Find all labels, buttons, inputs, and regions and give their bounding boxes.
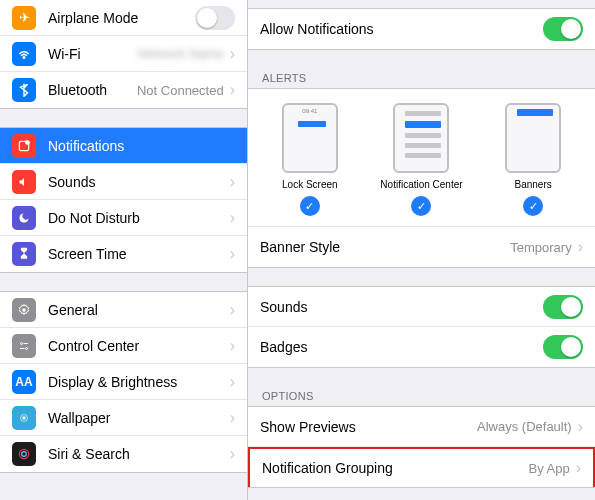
bluetooth-icon [12, 78, 36, 102]
chevron-right-icon: › [230, 373, 235, 391]
svg-point-9 [22, 416, 26, 420]
sidebar-item-sounds[interactable]: Sounds › [0, 164, 247, 200]
chevron-right-icon: › [230, 81, 235, 99]
check-icon: ✓ [411, 196, 431, 216]
sounds-toggle[interactable] [543, 295, 583, 319]
wifi-network: Network Name [138, 46, 224, 61]
sidebar-item-screentime[interactable]: Screen Time › [0, 236, 247, 272]
banner-style-label: Banner Style [260, 239, 510, 255]
alert-style-picker: 09:41 Lock Screen ✓ Notification Center [248, 89, 595, 227]
sidebar-item-wallpaper[interactable]: Wallpaper › [0, 400, 247, 436]
svg-point-10 [19, 449, 28, 458]
previews-label: Show Previews [260, 419, 477, 435]
chevron-right-icon: › [576, 459, 581, 477]
chevron-right-icon: › [230, 301, 235, 319]
wifi-label: Wi-Fi [48, 46, 138, 62]
show-previews-row[interactable]: Show Previews Always (Default) › [248, 407, 595, 447]
sidebar-item-notifications[interactable]: Notifications [0, 128, 247, 164]
sidebar-item-display[interactable]: AA Display & Brightness › [0, 364, 247, 400]
chevron-right-icon: › [230, 337, 235, 355]
chevron-right-icon: › [230, 445, 235, 463]
chevron-right-icon: › [230, 409, 235, 427]
allow-notifications-toggle[interactable] [543, 17, 583, 41]
hourglass-icon [12, 242, 36, 266]
alert-notification-center[interactable]: Notification Center ✓ [366, 103, 477, 216]
wallpaper-label: Wallpaper [48, 410, 228, 426]
previews-value: Always (Default) [477, 419, 572, 434]
sidebar-item-siri[interactable]: Siri & Search › [0, 436, 247, 472]
grouping-value: By App [528, 461, 569, 476]
chevron-right-icon: › [230, 209, 235, 227]
siri-icon [12, 442, 36, 466]
notification-grouping-row[interactable]: Notification Grouping By App › [248, 447, 595, 487]
sidebar-item-airplane[interactable]: ✈ Airplane Mode [0, 0, 247, 36]
check-icon: ✓ [523, 196, 543, 216]
sounds-row[interactable]: Sounds [248, 287, 595, 327]
sidebar-item-general[interactable]: General › [0, 292, 247, 328]
banner-style-value: Temporary [510, 240, 571, 255]
options-header: OPTIONS [248, 386, 595, 406]
notification-center-preview [393, 103, 449, 173]
badges-toggle[interactable] [543, 335, 583, 359]
settings-sidebar: ✈ Airplane Mode Wi-Fi Network Name › Blu… [0, 0, 248, 500]
svg-point-2 [25, 140, 30, 145]
control-center-label: Control Center [48, 338, 228, 354]
chevron-right-icon: › [230, 173, 235, 191]
screentime-label: Screen Time [48, 246, 228, 262]
airplane-label: Airplane Mode [48, 10, 195, 26]
alerts-header: ALERTS [248, 68, 595, 88]
siri-label: Siri & Search [48, 446, 228, 462]
svg-point-6 [26, 347, 28, 349]
sidebar-item-wifi[interactable]: Wi-Fi Network Name › [0, 36, 247, 72]
grouping-label: Notification Grouping [262, 460, 528, 476]
bluetooth-label: Bluetooth [48, 82, 137, 98]
notifications-label: Notifications [48, 138, 235, 154]
check-icon: ✓ [300, 196, 320, 216]
svg-point-0 [23, 56, 25, 58]
sounds-label: Sounds [48, 174, 228, 190]
wifi-icon [12, 42, 36, 66]
notifications-icon [12, 134, 36, 158]
airplane-toggle[interactable] [195, 6, 235, 30]
sliders-icon [12, 334, 36, 358]
dnd-label: Do Not Disturb [48, 210, 228, 226]
bluetooth-status: Not Connected [137, 83, 224, 98]
airplane-icon: ✈ [12, 6, 36, 30]
moon-icon [12, 206, 36, 230]
badges-row[interactable]: Badges [248, 327, 595, 367]
chevron-right-icon: › [578, 418, 583, 436]
display-icon: AA [12, 370, 36, 394]
sounds-row-label: Sounds [260, 299, 543, 315]
sounds-icon [12, 170, 36, 194]
alert-banners[interactable]: Banners ✓ [478, 103, 589, 216]
gear-icon [12, 298, 36, 322]
lock-screen-preview: 09:41 [282, 103, 338, 173]
display-label: Display & Brightness [48, 374, 228, 390]
notifications-detail: Allow Notifications ALERTS 09:41 Lock Sc… [248, 0, 595, 500]
alert-lock-screen[interactable]: 09:41 Lock Screen ✓ [255, 103, 366, 216]
svg-point-3 [22, 308, 26, 312]
chevron-right-icon: › [578, 238, 583, 256]
sidebar-item-dnd[interactable]: Do Not Disturb › [0, 200, 247, 236]
svg-point-4 [21, 342, 23, 344]
chevron-right-icon: › [230, 45, 235, 63]
banner-style-row[interactable]: Banner Style Temporary › [248, 227, 595, 267]
banners-preview [505, 103, 561, 173]
allow-notifications-label: Allow Notifications [260, 21, 543, 37]
general-label: General [48, 302, 228, 318]
sidebar-item-bluetooth[interactable]: Bluetooth Not Connected › [0, 72, 247, 108]
badges-row-label: Badges [260, 339, 543, 355]
sidebar-item-control-center[interactable]: Control Center › [0, 328, 247, 364]
wallpaper-icon [12, 406, 36, 430]
svg-point-11 [22, 452, 27, 457]
chevron-right-icon: › [230, 245, 235, 263]
allow-notifications-row[interactable]: Allow Notifications [248, 9, 595, 49]
